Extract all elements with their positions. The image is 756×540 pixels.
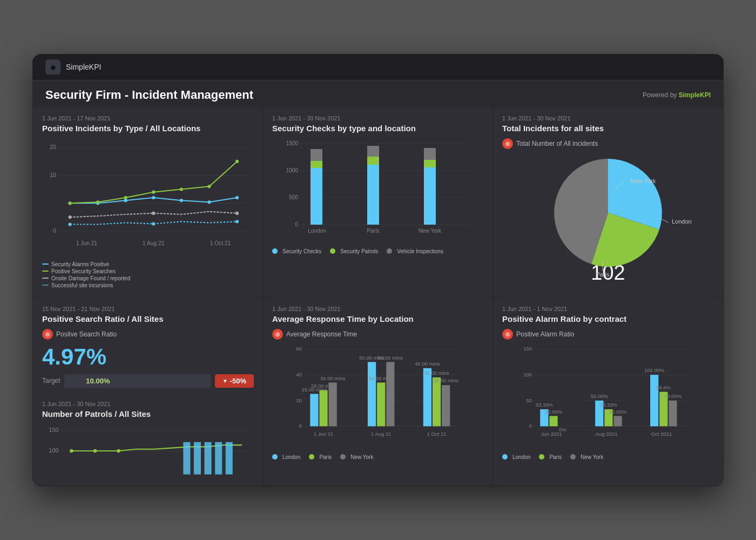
search-kpi-label: Positve Search Ratio xyxy=(56,330,117,338)
svg-text:Aug 2021: Aug 2021 xyxy=(596,430,618,436)
svg-text:20: 20 xyxy=(296,397,302,403)
search-title: Positive Search Ratio / All Sites xyxy=(42,314,254,323)
response-chart: 60 40 20 0 25.00 mins 28.00 mins 34.00 m… xyxy=(272,344,484,452)
response-kpi-icon: ◎ xyxy=(272,329,283,340)
powered-by: Powered by SimpleKPI xyxy=(643,91,711,99)
svg-text:1 Jun 21: 1 Jun 21 xyxy=(76,240,98,246)
svg-text:Oct 2021: Oct 2021 xyxy=(651,430,672,436)
checks-chart: 1500 1000 500 0 London Paris xyxy=(272,138,484,246)
svg-text:20.00%: 20.00% xyxy=(609,408,627,414)
search-kpi-icon: ◎ xyxy=(42,329,53,340)
svg-rect-87 xyxy=(386,362,394,426)
svg-rect-42 xyxy=(367,163,379,225)
svg-point-15 xyxy=(207,200,211,204)
pie-chart: New York London Paris xyxy=(502,153,714,272)
svg-text:150: 150 xyxy=(523,346,532,352)
incidents-chart: 20 10 0 1 Jun 21 1 Aug 21 1 Oct 21 xyxy=(42,138,254,257)
svg-point-26 xyxy=(235,211,239,214)
patrols-section: 1 Jun 2021 - 30 Nov 2021 Number of Patro… xyxy=(42,401,254,478)
svg-text:66.6%: 66.6% xyxy=(656,384,671,390)
incidents-date: 1 Jun 2021 - 17 Nov 2021 xyxy=(42,115,254,122)
svg-text:38.00 mins: 38.00 mins xyxy=(424,370,449,376)
logo-icon: ◈ xyxy=(45,59,60,75)
svg-rect-43 xyxy=(367,156,379,165)
svg-point-21 xyxy=(180,187,183,191)
svg-point-61 xyxy=(93,449,97,453)
svg-rect-78 xyxy=(319,390,327,426)
search-date: 15 Nov 2021 - 21 Nov 2021 xyxy=(42,306,254,312)
svg-text:London: London xyxy=(308,228,326,234)
total-date: 1 Jun 2021 - 30 Nov 2021 xyxy=(502,115,714,122)
svg-text:40: 40 xyxy=(296,372,302,377)
title-bar: Security Firm - Incident Management Powe… xyxy=(32,80,724,106)
svg-text:33.33%: 33.33% xyxy=(536,402,554,408)
alarm-legend: London Paris New York xyxy=(502,454,714,461)
svg-point-13 xyxy=(152,195,155,199)
dashboard-grid: 1 Jun 2021 - 17 Nov 2021 Positive Incide… xyxy=(32,106,724,487)
svg-rect-80 xyxy=(329,382,337,426)
svg-point-60 xyxy=(70,449,73,453)
svg-text:1 Oct 21: 1 Oct 21 xyxy=(210,240,231,246)
svg-rect-47 xyxy=(424,159,436,167)
svg-text:Jun 2021: Jun 2021 xyxy=(541,430,562,436)
total-kpi-label: Total Number of All incidents xyxy=(516,140,598,147)
svg-point-18 xyxy=(96,200,99,204)
checks-title: Security Checks by type and location xyxy=(272,124,484,133)
total-title: Total Incidents for all sites xyxy=(502,124,714,133)
svg-rect-48 xyxy=(424,148,436,160)
svg-rect-66 xyxy=(215,442,222,474)
svg-rect-90 xyxy=(423,368,431,426)
svg-rect-67 xyxy=(226,442,233,474)
svg-point-19 xyxy=(124,195,127,199)
svg-text:Paris: Paris xyxy=(367,228,380,234)
dashboard-wrapper: ◈ SimpleKPI Security Firm - Incident Man… xyxy=(32,54,724,487)
svg-point-28 xyxy=(152,222,155,225)
svg-rect-38 xyxy=(310,165,322,225)
svg-text:London: London xyxy=(672,218,692,225)
svg-rect-83 xyxy=(368,362,376,426)
svg-rect-94 xyxy=(442,385,450,426)
header: ◈ SimpleKPI xyxy=(32,54,724,80)
svg-text:45.00 mins: 45.00 mins xyxy=(415,361,440,367)
search-value: 4.97% xyxy=(42,344,254,370)
alarm-kpi-icon: ◎ xyxy=(502,329,513,340)
svg-point-29 xyxy=(235,220,239,223)
svg-rect-76 xyxy=(310,394,318,426)
svg-point-17 xyxy=(68,201,71,205)
target-badge: ▼ -50% xyxy=(215,374,254,388)
incidents-title: Positive Incidents by Type / All Locatio… xyxy=(42,124,254,133)
svg-text:32.00 mins: 32.00 mins xyxy=(433,377,458,383)
svg-rect-85 xyxy=(377,382,385,426)
svg-rect-65 xyxy=(205,442,212,474)
card-alarm-ratio: 1 Jun 2021 - 1 Nov 2021 Positive Alarm R… xyxy=(494,298,723,485)
svg-point-27 xyxy=(68,222,71,226)
app-name: SimpleKPI xyxy=(66,63,101,71)
svg-text:10: 10 xyxy=(50,172,56,178)
alarm-kpi-label: Positive Alarm Ratio xyxy=(516,330,574,338)
search-kpi-row: ◎ Positve Search Ratio xyxy=(42,329,254,340)
svg-rect-39 xyxy=(310,160,322,168)
svg-text:1 Oct 21: 1 Oct 21 xyxy=(427,430,447,436)
alarm-date: 1 Jun 2021 - 1 Nov 2021 xyxy=(502,306,714,312)
svg-text:150: 150 xyxy=(49,427,58,433)
svg-text:20.00%: 20.00% xyxy=(545,408,563,414)
patrols-chart: 150 100 xyxy=(42,424,254,478)
svg-text:Paris: Paris xyxy=(596,271,610,278)
svg-text:60: 60 xyxy=(296,346,302,352)
svg-text:0: 0 xyxy=(295,221,298,227)
svg-text:50.00%: 50.00% xyxy=(591,393,609,399)
target-value: 10.00% xyxy=(64,374,210,388)
checks-date: 1 Jun 2021 - 30 Nov 2021 xyxy=(272,115,484,122)
card-security-checks: 1 Jun 2021 - 30 Nov 2021 Security Checks… xyxy=(264,107,492,297)
svg-rect-44 xyxy=(367,146,379,157)
svg-text:100: 100 xyxy=(523,372,532,377)
alarm-chart: 150 100 50 0 33.33% 20.00% 0% Jun 2021 5… xyxy=(502,344,714,452)
svg-text:0: 0 xyxy=(299,423,302,429)
svg-text:34.00 mins: 34.00 mins xyxy=(320,375,346,381)
down-arrow-icon: ▼ xyxy=(222,378,228,384)
svg-text:New York: New York xyxy=(631,178,656,184)
svg-rect-64 xyxy=(194,442,201,474)
svg-point-22 xyxy=(207,185,211,188)
svg-text:1 Aug 21: 1 Aug 21 xyxy=(371,430,392,436)
svg-text:100: 100 xyxy=(49,447,58,454)
